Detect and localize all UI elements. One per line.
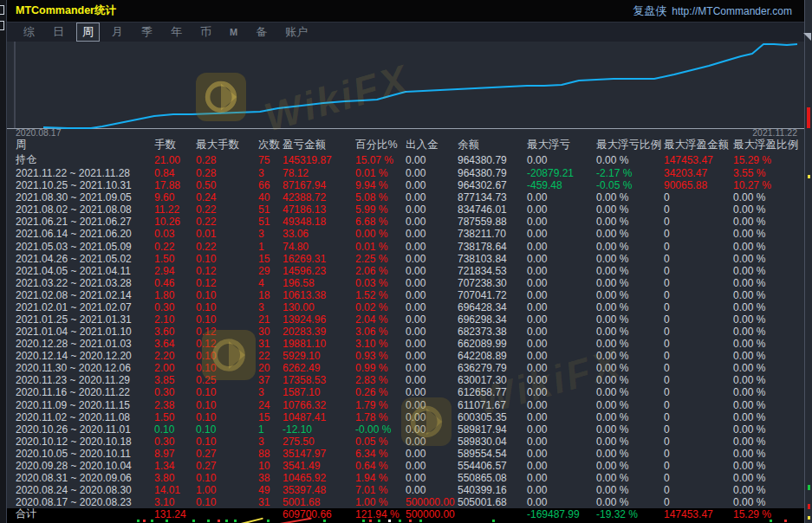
row-cell: 0 — [664, 228, 733, 240]
table-row[interactable]: 2021.08.30 ~ 2021.09.059.600.244042388.7… — [7, 191, 804, 203]
row-cell: 2.06 % — [355, 265, 406, 277]
menu-item-币[interactable]: 币 — [194, 23, 218, 42]
row-cell: 787559.88 — [458, 216, 527, 228]
row-cell: 0.00 % — [596, 362, 664, 374]
table-row[interactable]: 2021.08.02 ~ 2021.08.0811.220.225147186.… — [7, 203, 804, 216]
row-cell: 0.00 — [527, 191, 596, 203]
menu-item-综[interactable]: 综 — [17, 23, 41, 42]
row-cell: 0.00 — [527, 228, 596, 240]
row-cell: 0.00 — [406, 277, 458, 289]
row-cell: 0.00 % — [596, 472, 664, 484]
row-cell: 0.10 — [196, 289, 258, 301]
menu-item-季[interactable]: 季 — [135, 23, 159, 42]
menu-item-年[interactable]: 年 — [165, 23, 188, 42]
row-cell: 90065.88 — [664, 179, 733, 191]
row-cell: 0 — [664, 301, 733, 313]
column-header[interactable]: 手数 — [154, 138, 196, 152]
row-cell: 0.00 — [527, 154, 596, 166]
menu-item-周[interactable]: 周 — [76, 23, 100, 42]
row-cell: 0.00 — [406, 228, 458, 240]
row-cell: 0.00 % — [596, 448, 664, 460]
menu-item-M[interactable]: M — [224, 25, 244, 39]
table-row[interactable]: 2020.08.24 ~ 2020.08.3014.011.004935397.… — [7, 484, 804, 496]
table-row[interactable]: 2020.09.28 ~ 2020.10.041.340.27103541.49… — [7, 460, 804, 472]
row-cell: 0.00 — [527, 448, 596, 460]
row-cell: 0.00 % — [596, 203, 664, 216]
row-cell: 33.06 — [283, 228, 355, 240]
table-row[interactable]: 持仓21.000.2875145319.8715.07 %0.00964380.… — [7, 152, 804, 167]
row-cell: 0.00 — [406, 301, 458, 313]
table-row[interactable]: 2021.01.25 ~ 2021.01.312.100.102113924.9… — [7, 313, 804, 326]
row-cell: 5929.10 — [283, 350, 355, 362]
row-cell: 0.00 % — [733, 289, 804, 301]
background-candle-mark — [807, 107, 810, 128]
table-row[interactable]: 2021.06.21 ~ 2021.06.2710.260.225149348.… — [7, 216, 804, 228]
table-row[interactable]: 2020.12.14 ~ 2020.12.202.200.10225929.10… — [7, 350, 804, 362]
row-cell: 0 — [664, 386, 733, 398]
background-candle-mark — [808, 175, 810, 178]
table-row[interactable]: 2021.02.08 ~ 2021.02.141.800.101810613.3… — [7, 289, 804, 301]
row-cell: 0.00 — [527, 253, 596, 265]
column-header[interactable]: 百分比% — [355, 138, 406, 152]
table-row[interactable]: 2021.10.25 ~ 2021.10.3117.880.506687167.… — [7, 179, 804, 191]
row-cell: 0.00 — [527, 484, 596, 496]
column-header[interactable]: 最大浮亏比例 — [596, 138, 664, 152]
row-cell: 3.64 — [154, 338, 196, 350]
column-header[interactable]: 余额 — [458, 138, 527, 152]
row-cell: 682373.38 — [458, 326, 527, 338]
row-cell: 0 — [664, 191, 733, 203]
row-cell: 0.00 — [527, 350, 596, 362]
title-bar-link[interactable]: 复盘侠http://MTCommander.com — [633, 3, 792, 19]
table-row[interactable]: 2020.12.28 ~ 2021.01.033.640.123119881.1… — [7, 338, 804, 350]
row-cell: 15.29 % — [733, 154, 804, 166]
table-row[interactable]: 2021.03.22 ~ 2021.03.280.460.124196.580.… — [7, 277, 804, 289]
column-header[interactable]: 最大浮亏 — [527, 138, 596, 152]
table-row[interactable]: 2021.06.14 ~ 2021.06.200.030.01333.060.0… — [7, 228, 804, 240]
table-row[interactable]: 2021.01.04 ~ 2021.01.103.600.123020283.3… — [7, 326, 804, 338]
row-cell: 1.80 — [154, 289, 196, 301]
menu-item-日[interactable]: 日 — [47, 23, 70, 42]
row-cell: 964380.79 — [458, 154, 527, 166]
column-header[interactable]: 出入金 — [406, 138, 458, 152]
row-cell: -0.05 % — [596, 179, 664, 191]
table-row[interactable]: 2021.04.05 ~ 2021.04.112.940.122914596.2… — [7, 265, 804, 277]
row-cell: 10613.38 — [283, 289, 355, 301]
column-header[interactable]: 盈亏金额 — [283, 138, 355, 152]
total-cell: 500000.00 — [406, 508, 458, 520]
row-cell: 2020.11.30 ~ 2020.12.06 — [16, 362, 154, 374]
table-row[interactable]: 2021.05.03 ~ 2021.05.090.220.22174.800.0… — [7, 240, 804, 252]
menu-item-月[interactable]: 月 — [106, 23, 129, 42]
row-cell: -0.00 % — [355, 423, 406, 436]
background-candle-mark — [323, 520, 326, 522]
column-header[interactable]: 最大浮盈金额 — [664, 138, 733, 152]
table-row[interactable]: 2021.11.22 ~ 2021.11.280.840.28378.120.0… — [7, 167, 804, 179]
table-row[interactable]: 2020.11.23 ~ 2020.11.293.850.253717358.5… — [7, 374, 804, 386]
total-cell: 15.29 % — [733, 508, 804, 520]
table-row[interactable]: 2021.04.26 ~ 2021.05.021.500.101516269.3… — [7, 253, 804, 265]
table-total-row[interactable]: 合计131.24609700.66121.94 %500000.00-16948… — [7, 508, 804, 520]
row-cell: 630017.30 — [458, 374, 527, 386]
column-header[interactable]: 次数 — [258, 138, 283, 152]
row-cell: 7.01 % — [355, 484, 406, 496]
table-row[interactable]: 2020.11.30 ~ 2020.12.062.000.10206262.49… — [7, 362, 804, 374]
row-cell: 0 — [664, 338, 733, 350]
row-cell: 3.85 — [154, 374, 196, 386]
menu-item-备[interactable]: 备 — [250, 23, 273, 42]
row-cell: 3 — [258, 301, 283, 313]
row-cell: 0.00 — [527, 472, 596, 484]
row-cell: 0.24 — [196, 191, 258, 203]
table-row[interactable]: 2020.10.05 ~ 2020.10.118.970.278835147.9… — [7, 448, 804, 460]
column-header[interactable]: 最大浮盈比例 — [733, 138, 804, 152]
row-cell: 14596.23 — [283, 265, 355, 277]
row-cell: 0 — [664, 362, 733, 374]
row-cell: 0.00 — [527, 460, 596, 472]
equity-chart-canvas — [7, 42, 804, 129]
menu-item-账户[interactable]: 账户 — [279, 23, 314, 42]
column-header[interactable]: 最大手数 — [196, 138, 258, 152]
column-header[interactable]: 周 — [16, 138, 154, 152]
row-cell: 147453.47 — [664, 154, 733, 166]
equity-chart[interactable]: WikiFX 2020.08.17 2021.11.22 — [7, 42, 804, 138]
table-row[interactable]: 2021.02.01 ~ 2021.02.070.300.103130.000.… — [7, 301, 804, 313]
row-cell: 707041.72 — [458, 289, 527, 301]
table-row[interactable]: 2020.08.31 ~ 2020.09.063.800.103810465.9… — [7, 472, 804, 484]
